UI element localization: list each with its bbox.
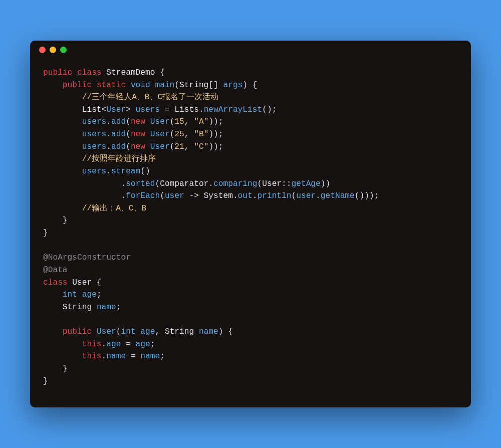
code-token: ) { [218,327,233,336]
code-token [43,179,121,188]
code-token: ( [257,179,262,188]
maximize-icon[interactable] [60,47,67,53]
code-token: Comparator [160,179,208,188]
code-token: User [72,278,92,287]
code-token [43,303,63,312]
code-token [72,68,77,77]
code-line: //三个年轻人A、B、C报名了一次活动 [43,93,218,102]
code-token: "B" [194,130,208,139]
code-token: new [131,117,145,126]
code-token [92,303,97,312]
code-line: } [43,377,48,386]
code-token: user [165,191,184,200]
code-token: this [82,352,102,361]
code-token: = [126,352,140,361]
code-token: 25 [174,130,184,139]
code-token [43,142,82,151]
code-token: { [155,68,164,77]
code-line: users.stream() [43,167,150,176]
code-token: class [43,278,68,287]
code-token: static [97,81,126,90]
code-token: User [150,130,170,139]
code-token: user [296,191,316,200]
code-token: ; [160,352,165,361]
code-token: ( [174,81,179,90]
code-token: //三个年轻人A、B、C报名了一次活动 [82,93,219,102]
code-token: getName [321,191,355,200]
code-token [145,130,150,139]
code-token: newArrayList [204,105,263,114]
code-token: users [82,142,107,151]
code-token [150,81,155,90]
minimize-icon[interactable] [50,47,56,53]
code-line: public static void main(String[] args) { [43,81,258,90]
code-token [43,290,63,299]
code-line: class User { [43,278,102,287]
code-token: forEach [126,191,160,200]
code-token: age [140,327,155,336]
code-token: User [106,105,126,114]
code-token: } [43,216,68,225]
code-token: ) { [242,81,257,90]
code-token: . [106,167,111,176]
code-token: User [97,327,116,336]
code-token: String [179,81,208,90]
code-token: } [43,364,68,373]
code-line: List<User> users = Lists.newArrayList(); [43,105,277,114]
code-token: 15 [174,117,184,126]
code-token: name [199,327,218,336]
code-token: ( [155,179,160,188]
code-token [92,327,97,336]
code-token: int [63,290,77,299]
code-token: add [111,117,126,126]
code-token: //按照年龄进行排序 [82,154,156,163]
code-token: ( [126,142,131,151]
code-token: stream [111,167,140,176]
code-token: ( [126,117,131,126]
code-token: public [63,327,92,336]
code-token: new [131,142,145,151]
code-token: ( [126,130,131,139]
code-token [92,81,97,90]
titlebar [30,41,471,60]
code-line: this.age = age; [43,340,155,349]
close-icon[interactable] [39,47,46,53]
code-line: String name; [43,303,121,312]
code-line: int age; [43,290,102,299]
code-token: . [208,179,213,188]
code-token: @NoArgsConstructor [43,253,131,262]
code-token: } [43,229,48,238]
code-token [68,278,73,287]
code-token [43,130,82,139]
code-line: public User(int age, String name) { [43,327,233,336]
code-token: args [223,81,243,90]
code-line: } [43,229,48,238]
code-token: ( [170,130,175,139]
code-line: .forEach(user -> System.out.println(user… [43,191,379,200]
code-token: (); [262,105,277,114]
code-token: age [82,290,97,299]
code-token: )); [208,117,223,126]
code-token: . [106,142,111,151]
code-token [43,93,82,102]
code-token: ())); [355,191,379,200]
code-token: name [106,352,126,361]
code-token: name [97,303,116,312]
code-token: . [106,130,111,139]
code-token [43,327,63,336]
code-line: .sorted(Comparator.comparing(User::getAg… [43,179,330,188]
code-token [43,117,82,126]
code-line: @Data [43,266,68,275]
code-token [77,290,82,299]
code-token [43,167,82,176]
code-token [136,327,141,336]
code-token: this [82,340,102,349]
code-token: List [82,105,102,114]
code-line: users.add(new User(21, "C")); [43,142,223,151]
code-token: main [155,81,174,90]
code-token: ( [170,142,175,151]
code-token [43,105,82,114]
code-window: public class StreamDemo { public static … [30,41,471,407]
code-token: = [121,340,135,349]
code-token: > [126,105,135,114]
